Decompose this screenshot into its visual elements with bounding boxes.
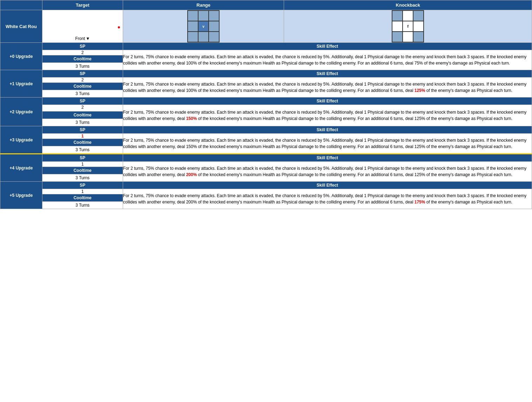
knockback-grid: f bbox=[392, 10, 424, 42]
skill-name-cell: White Cat Rou bbox=[0, 10, 42, 43]
upgrade1-cooltime-label: Cooltime bbox=[42, 83, 123, 90]
upgrade2-effect-cell: For 2 turns, 75% chance to evade enemy a… bbox=[123, 105, 532, 126]
upgrade5-label: +5 Upgrade bbox=[0, 182, 42, 209]
upgrade5-effect-cell: For 2 turns, 75% chance to evade enemy a… bbox=[123, 189, 532, 209]
skill-name: White Cat Rou bbox=[6, 24, 37, 29]
upgrade4-label: +4 Upgrade bbox=[0, 154, 42, 182]
kb-cell-center: f bbox=[403, 21, 413, 31]
upgrade1-sp-header-row: +1 Upgrade SP Skill Effect bbox=[0, 70, 532, 78]
upgrade2-sp-header-row: +2 Upgrade SP Skill Effect bbox=[0, 98, 532, 105]
knockback-header: Knockback bbox=[284, 0, 532, 10]
upgrade0-sp-value: 2 bbox=[42, 50, 123, 55]
upgrade0-effect-cell: For 2 turns, 75% chance to evade enemy a… bbox=[123, 50, 532, 70]
range-visual-cell: v bbox=[123, 10, 284, 43]
upgrade4-sp-value-row: 1 For 2 turns, 75% chance to evade enemy… bbox=[0, 162, 532, 167]
target-cell: Front ▼ bbox=[42, 10, 123, 43]
upgrade0-sp-value-row: 2 For 2 turns, 75% chance to evade enemy… bbox=[0, 50, 532, 55]
upgrade0-sp-label: SP bbox=[42, 43, 123, 50]
dropdown-arrow: ▼ bbox=[86, 36, 90, 41]
upgrade2-sp-label: SP bbox=[42, 98, 123, 105]
upgrade4-skill-effect-label: Skill Effect bbox=[123, 154, 532, 162]
upgrade4-effect-cell: For 2 turns, 75% chance to evade enemy a… bbox=[123, 162, 532, 182]
kb-cell-21 bbox=[403, 32, 413, 42]
upgrade3-label: +3 Upgrade bbox=[0, 126, 42, 154]
upgrade3-turns-value: 3 Turns bbox=[42, 146, 123, 154]
range-cell-22 bbox=[209, 32, 219, 42]
upgrade3-cooltime-label: Cooltime bbox=[42, 139, 123, 146]
range-cell-12 bbox=[209, 21, 219, 31]
range-cell-20 bbox=[188, 32, 198, 42]
upgrade4-highlight: 200% bbox=[186, 172, 197, 177]
range-grid: v bbox=[187, 10, 220, 42]
upgrade2-sp-value-row: 2 For 2 turns, 75% chance to evade enemy… bbox=[0, 105, 532, 112]
upgrade5-sp-value-row: 1 For 2 turns, 75% chance to evade enemy… bbox=[0, 189, 532, 194]
target-header: Target bbox=[42, 0, 123, 10]
kb-cell-20 bbox=[392, 32, 402, 42]
upgrade2-sp-value: 2 bbox=[42, 105, 123, 112]
upgrade3-effect-cell: For 2 turns, 75% chance to evade enemy a… bbox=[123, 134, 532, 154]
kb-cell-02 bbox=[413, 11, 423, 21]
target-dropdown[interactable]: Front ▼ bbox=[75, 36, 90, 41]
upgrade3-sp-label: SP bbox=[42, 126, 123, 134]
upgrade5-turns-value: 3 Turns bbox=[42, 202, 123, 209]
upgrade1-sp-value-row: 2 For 2 turns, 75% chance to evade enemy… bbox=[0, 78, 532, 83]
upgrade2-label: +2 Upgrade bbox=[0, 98, 42, 126]
upgrade1-highlight: 125% bbox=[415, 88, 425, 93]
range-header: Range bbox=[123, 0, 284, 10]
kb-cell-12 bbox=[413, 21, 423, 31]
kb-cell-10 bbox=[392, 21, 402, 31]
upgrade2-turns-value: 3 Turns bbox=[42, 119, 123, 126]
range-cell-00 bbox=[188, 11, 198, 21]
upgrade1-turns-value: 3 Turns bbox=[42, 90, 123, 98]
upgrade0-cooltime-label: Cooltime bbox=[42, 55, 123, 63]
upgrade5-skill-effect-label: Skill Effect bbox=[123, 182, 532, 189]
kb-cell-01 bbox=[403, 11, 413, 21]
upgrade4-sp-label: SP bbox=[42, 154, 123, 162]
upgrade3-sp-value: 1 bbox=[42, 134, 123, 139]
upgrade4-effect-after: of the knocked enemy's maximum Health as… bbox=[197, 172, 512, 177]
upgrade2-highlight: 150% bbox=[186, 116, 197, 121]
upgrade4-cooltime-label: Cooltime bbox=[42, 167, 123, 174]
empty-header bbox=[0, 0, 42, 10]
upgrade4-sp-header-row: +4 Upgrade SP Skill Effect bbox=[0, 154, 532, 162]
upgrade1-sp-label: SP bbox=[42, 70, 123, 78]
upgrade0-label: +0 Upgrade bbox=[0, 43, 42, 70]
upgrade4-turns-value: 3 Turns bbox=[42, 174, 123, 182]
skill-header-row: White Cat Rou Front ▼ v bbox=[0, 10, 532, 43]
upgrade5-effect-after: of the enemy's damage as Physical each t… bbox=[425, 200, 512, 205]
red-dot-indicator bbox=[118, 25, 120, 29]
upgrade2-effect-after: of the knocked enemy's maximum Health as… bbox=[197, 116, 512, 121]
target-value: Front bbox=[75, 36, 85, 41]
upgrade1-sp-value: 2 bbox=[42, 78, 123, 83]
upgrade0-turns-value: 3 Turns bbox=[42, 63, 123, 70]
upgrade1-effect-cell: For 2 turns, 75% chance to evade enemy a… bbox=[123, 78, 532, 98]
range-cell-01 bbox=[198, 11, 208, 21]
upgrade5-sp-value: 1 bbox=[42, 189, 123, 194]
upgrade2-cooltime-label: Cooltime bbox=[42, 112, 123, 119]
upgrade3-skill-effect-label: Skill Effect bbox=[123, 126, 532, 134]
upgrade3-sp-header-row: +3 Upgrade SP Skill Effect bbox=[0, 126, 532, 134]
range-cell-21 bbox=[198, 32, 208, 42]
upgrade0-sp-header-row: +0 Upgrade SP Skill Effect bbox=[0, 43, 532, 50]
kb-cell-22 bbox=[413, 32, 423, 42]
upgrade5-highlight: 175% bbox=[415, 200, 425, 205]
upgrade5-sp-label: SP bbox=[42, 182, 123, 189]
upgrade2-skill-effect-label: Skill Effect bbox=[123, 98, 532, 105]
upgrade5-sp-header-row: +5 Upgrade SP Skill Effect bbox=[0, 182, 532, 189]
kb-cell-00 bbox=[392, 11, 402, 21]
upgrade5-cooltime-label: Cooltime bbox=[42, 194, 123, 202]
upgrade3-sp-value-row: 1 For 2 turns, 75% chance to evade enemy… bbox=[0, 134, 532, 139]
range-cell-02 bbox=[209, 11, 219, 21]
range-cell-10 bbox=[188, 21, 198, 31]
range-cell-center: v bbox=[198, 21, 208, 31]
knockback-visual-cell: f bbox=[284, 10, 532, 43]
column-headers: Target Range Knockback bbox=[0, 0, 532, 10]
upgrade0-skill-effect-label: Skill Effect bbox=[123, 43, 532, 50]
upgrade4-sp-value: 1 bbox=[42, 162, 123, 167]
upgrade1-skill-effect-label: Skill Effect bbox=[123, 70, 532, 78]
upgrade1-label: +1 Upgrade bbox=[0, 70, 42, 98]
upgrade1-effect-after: of the enemy's damage as Physical each t… bbox=[425, 88, 512, 93]
skill-table: Target Range Knockback White Cat Rou Fro… bbox=[0, 0, 532, 209]
